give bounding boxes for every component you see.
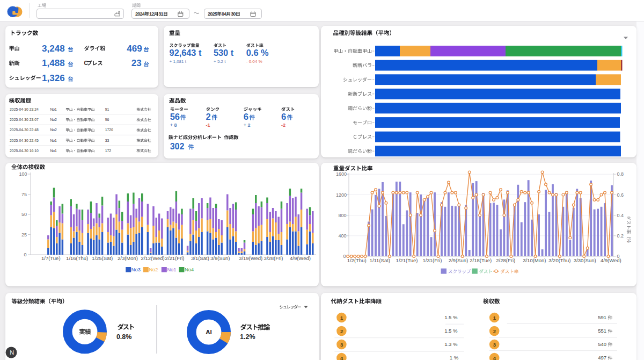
svg-text:2/28(Fri): 2/28(Fri) (496, 257, 515, 263)
svg-text:2025-04-30 22:48: 2025-04-30 22:48 (10, 128, 39, 132)
svg-text:497: 497 (598, 355, 606, 360)
svg-text:3,248: 3,248 (42, 44, 65, 54)
svg-text:1: 1 (493, 315, 496, 321)
svg-text:3/20(Thu): 3/20(Thu) (548, 257, 570, 263)
svg-text:0.4: 0.4 (617, 213, 624, 218)
svg-text:4: 4 (493, 355, 496, 360)
svg-text:1200: 1200 (336, 192, 347, 198)
svg-text:551: 551 (598, 328, 606, 334)
svg-text:4/9(Wed): 4/9(Wed) (290, 255, 311, 261)
svg-text:2: 2 (340, 328, 343, 334)
svg-text:2/18(Tue): 2/18(Tue) (470, 257, 492, 263)
svg-text:4: 4 (224, 11, 226, 17)
svg-text:3: 3 (340, 342, 343, 348)
svg-text:1: 1 (340, 315, 343, 321)
svg-text:91: 91 (105, 107, 109, 111)
svg-text:3/9(Sun): 3/9(Sun) (210, 255, 230, 261)
svg-text:0.8: 0.8 (617, 171, 624, 177)
svg-text:591: 591 (598, 314, 606, 320)
svg-text:No1: No1 (50, 139, 57, 142)
svg-text:1.5 %: 1.5 % (444, 328, 458, 334)
svg-text:0: 0 (24, 252, 27, 257)
svg-text:0.8%: 0.8% (116, 333, 132, 341)
svg-text:2025-04-30 23:07: 2025-04-30 23:07 (10, 118, 39, 121)
svg-text:2: 2 (493, 328, 496, 334)
svg-text:530 t: 530 t (214, 48, 234, 57)
svg-text:0: 0 (233, 11, 236, 17)
svg-text:1/11(Sat): 1/11(Sat) (370, 257, 390, 263)
svg-text:2: 2 (151, 11, 154, 17)
svg-text:1,488: 1,488 (42, 58, 65, 68)
svg-text:400: 400 (339, 233, 347, 239)
svg-text:0.2: 0.2 (617, 233, 624, 239)
svg-text:25: 25 (21, 232, 27, 237)
svg-text:1.2%: 1.2% (240, 333, 255, 341)
svg-text:56: 56 (170, 112, 180, 121)
svg-text:1.5 %: 1.5 % (444, 314, 458, 320)
svg-text:No1: No1 (50, 149, 57, 153)
svg-text:+ 1,081 t: + 1,081 t (170, 59, 187, 64)
svg-text:No2: No2 (50, 118, 57, 121)
svg-text:0.6: 0.6 (617, 192, 624, 198)
svg-text:800: 800 (339, 213, 347, 218)
svg-text:2025-04-30 23:24: 2025-04-30 23:24 (10, 107, 39, 111)
svg-text:+ 2: + 2 (244, 123, 251, 128)
svg-text:No4: No4 (185, 267, 194, 272)
svg-text:3: 3 (493, 342, 496, 348)
svg-text:+ 5.2 t: + 5.2 t (214, 59, 226, 64)
svg-text:No2: No2 (50, 128, 57, 132)
svg-text:1600: 1600 (336, 171, 347, 177)
svg-text:2/3(Mon): 2/3(Mon) (118, 255, 138, 261)
svg-text:33: 33 (105, 139, 109, 142)
svg-text:3/19(Wed): 3/19(Wed) (239, 255, 262, 261)
svg-text:302: 302 (170, 142, 185, 151)
svg-text:6: 6 (244, 112, 248, 121)
svg-text:1/31(Fri): 1/31(Fri) (423, 257, 442, 263)
svg-text:540: 540 (598, 341, 606, 347)
svg-text:1: 1 (161, 11, 164, 17)
svg-text:- 0.04 %: - 0.04 % (246, 59, 262, 64)
svg-text:2025-04-30 16:10: 2025-04-30 16:10 (10, 149, 39, 153)
svg-text:1/2(Thu): 1/2(Thu) (347, 257, 367, 263)
svg-text:No3: No3 (131, 267, 141, 272)
svg-text:-2: -2 (281, 123, 286, 128)
svg-text:2/9(Sun): 2/9(Sun) (449, 257, 468, 263)
svg-text:0: 0 (343, 254, 346, 259)
svg-text:1/16(Thu): 1/16(Thu) (66, 255, 88, 261)
svg-text:1720: 1720 (105, 128, 113, 132)
svg-text:C: C (84, 60, 88, 66)
svg-text:2025-04-30 22:45: 2025-04-30 22:45 (10, 139, 39, 142)
svg-text:100: 100 (19, 171, 27, 177)
svg-text:5: 5 (215, 11, 217, 17)
svg-text:AI: AI (206, 329, 212, 335)
svg-text:1/25(Sat): 1/25(Sat) (92, 255, 113, 261)
svg-text:469: 469 (127, 44, 142, 54)
svg-text:2/12(Wed): 2/12(Wed) (141, 255, 165, 261)
svg-text:1/7(Tue): 1/7(Tue) (41, 255, 61, 261)
svg-text:0.6 %: 0.6 % (246, 48, 269, 57)
svg-text:96: 96 (105, 118, 109, 121)
svg-text:23: 23 (131, 58, 142, 68)
svg-text:1.3 %: 1.3 % (444, 341, 458, 347)
svg-text:6: 6 (281, 112, 286, 121)
svg-text:1,326: 1,326 (42, 73, 65, 83)
svg-text:N: N (10, 349, 14, 356)
svg-text:1 %: 1 % (450, 355, 459, 360)
svg-text:92,643 t: 92,643 t (170, 48, 202, 57)
svg-text:75: 75 (21, 192, 27, 197)
svg-text:4: 4 (340, 355, 343, 360)
svg-text:%: % (626, 239, 632, 243)
svg-text:+ 8: + 8 (170, 123, 177, 128)
svg-text:No2: No2 (149, 267, 158, 272)
svg-text:2/21(Fri): 2/21(Fri) (165, 255, 185, 261)
svg-text:3/10(Mon): 3/10(Mon) (523, 257, 546, 263)
svg-text:4: 4 (142, 11, 145, 17)
svg-text:50: 50 (21, 212, 27, 217)
svg-text:3/30(Sun): 3/30(Sun) (574, 257, 596, 263)
svg-text:1/21(Tue): 1/21(Tue) (396, 257, 418, 263)
svg-text:4/9(Wed): 4/9(Wed) (601, 257, 621, 263)
svg-text:-1: -1 (206, 123, 210, 128)
svg-text:3/1(Sat): 3/1(Sat) (191, 255, 209, 261)
svg-text:2: 2 (206, 112, 211, 121)
svg-text:3/28(Fri): 3/28(Fri) (264, 255, 283, 261)
